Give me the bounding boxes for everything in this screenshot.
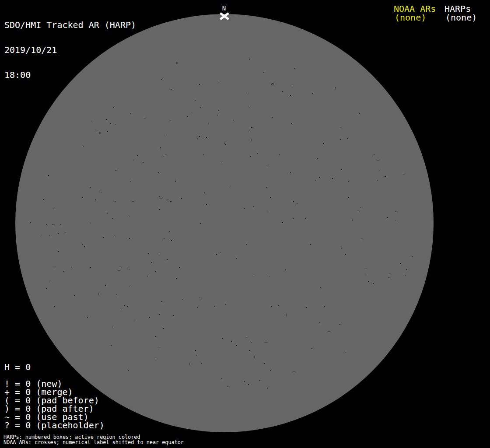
magnetic-speck [129,269,130,270]
magnetic-speck [345,254,346,255]
magnetic-speck [54,269,54,269]
magnetic-speck [352,220,353,220]
magnetic-speck [305,218,306,219]
legend: H = 0 ! = 0 (new) + = 0 (merge) ( = 0 (p… [4,363,105,430]
magnetic-speck [246,245,247,245]
magnetic-speck [374,154,374,155]
magnetic-speck [151,262,152,263]
magnetic-speck [155,271,156,272]
magnetic-speck [170,201,172,202]
magnetic-speck [366,267,366,267]
magnetic-speck [396,220,396,221]
magnetic-speck [148,253,149,254]
magnetic-speck [74,295,75,296]
magnetic-speck [133,161,133,161]
magnetic-speck [106,119,107,120]
magnetic-speck [87,317,88,318]
legend-line-h-count: H = 0 [4,363,105,371]
magnetic-speck [332,178,333,179]
magnetic-speck [250,156,251,157]
magnetic-speck [388,277,389,278]
magnetic-speck [272,117,273,118]
magnetic-speck [221,378,222,378]
magnetic-speck [200,223,201,224]
magnetic-speck [187,116,188,117]
magnetic-speck [49,235,50,236]
magnetic-speck [196,355,197,356]
magnetic-speck [406,269,407,270]
magnetic-speck [347,138,348,139]
magnetic-speck [136,320,136,320]
magnetic-speck [164,135,165,135]
magnetic-speck [252,342,252,343]
magnetic-speck [254,274,254,275]
magnetic-speck [324,306,325,307]
magnetic-speck [137,155,138,156]
magnetic-speck [95,200,96,200]
magnetic-speck [164,156,164,157]
magnetic-speck [412,256,413,257]
magnetic-speck [340,139,341,140]
magnetic-speck [297,203,298,204]
magnetic-speck [130,181,131,182]
magnetic-speck [248,106,249,106]
magnetic-speck [319,177,320,178]
magnetic-speck [403,174,403,175]
magnetic-speck [253,206,254,207]
magnetic-speck [176,63,178,63]
magnetic-speck [405,275,406,276]
magnetic-speck [115,237,116,237]
magnetic-speck [204,192,205,193]
magnetic-speck [159,196,160,197]
magnetic-speck [368,281,369,282]
magnetic-speck [236,345,237,346]
magnetic-speck [171,120,171,121]
legend-line-placeholder: ? = 0 (placeholder) [4,421,105,430]
magnetic-speck [160,147,161,148]
magnetic-speck [389,273,389,274]
magnetic-speck [155,336,156,337]
magnetic-speck [285,270,286,270]
magnetic-speck [133,201,133,202]
magnetic-speck [341,248,342,248]
magnetic-speck [225,304,226,304]
magnetic-speck [254,357,255,357]
magnetic-speck [164,80,164,80]
title-block: SDO/HMI Tracked AR (HARP) 2019/10/21 18:… [4,4,136,96]
magnetic-speck [107,131,108,132]
magnetic-speck [147,276,148,276]
magnetic-speck [171,240,172,241]
magnetic-speck [181,198,182,199]
magnetic-speck [203,154,204,155]
magnetic-speck [377,180,378,181]
magnetic-speck [115,124,116,125]
magnetic-speck [30,222,31,223]
harps-label: HARPs [444,4,471,13]
magnetic-speck [182,299,182,300]
magnetic-speck [312,93,313,94]
magnetic-speck [251,140,252,140]
magnetic-speck [199,136,200,137]
magnetic-speck [119,270,119,271]
magnetic-speck [341,169,342,170]
magnetic-speck [176,278,177,279]
magnetic-speck [217,115,218,116]
magnetic-speck [128,370,129,371]
magnetic-speck [112,327,113,327]
magnetic-speck [173,315,174,316]
magnetic-speck [163,328,164,329]
magnetic-speck [143,162,144,163]
magnetic-speck [179,267,180,268]
magnetic-speck [248,93,248,93]
magnetic-speck [381,169,381,169]
magnetic-speck [130,287,130,287]
magnetic-speck [116,170,116,171]
magnetic-speck [46,224,47,225]
magnetic-speck [267,165,267,166]
magnetic-speck [244,208,245,209]
noaa-ars-label: NOAA ARs [394,4,436,13]
magnetic-speck [248,132,249,132]
magnetic-speck [115,201,116,202]
magnetic-speck [199,84,200,85]
magnetic-speck [159,314,160,315]
